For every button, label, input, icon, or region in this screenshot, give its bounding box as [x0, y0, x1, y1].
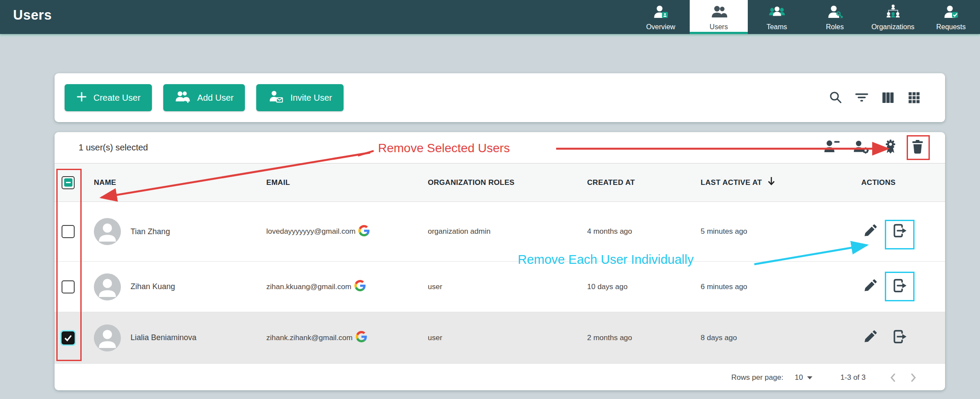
remove-from-org-icon[interactable] [891, 328, 908, 348]
next-page-button[interactable] [908, 372, 919, 383]
app-header: Users Overview Users [0, 0, 980, 34]
selection-bar: 1 user(s) selected [55, 132, 945, 164]
user-roles: user [428, 283, 442, 291]
tab-users[interactable]: Users [690, 0, 748, 34]
tab-overview[interactable]: Overview [632, 0, 690, 34]
invite-user-icon [268, 89, 284, 107]
main-nav: Overview Users Teams [632, 0, 980, 34]
org-chart-icon [884, 3, 902, 23]
remove-user-icon[interactable] [822, 138, 842, 157]
header-name[interactable]: NAME [94, 178, 116, 187]
row-checkbox[interactable] [62, 225, 75, 238]
created-at: 4 months ago [587, 227, 632, 235]
rows-per-page-select[interactable]: 10 [794, 373, 812, 382]
table-tools [828, 90, 945, 105]
table-header-row: NAME EMAIL ORGANIZATION ROLES CREATED AT… [55, 164, 945, 202]
add-user-label: Add User [197, 93, 234, 103]
user-key-icon [826, 3, 844, 23]
selection-count: 1 user(s) selected [79, 143, 148, 153]
header-email[interactable]: EMAIL [266, 178, 290, 187]
select-all-checkbox[interactable] [62, 176, 75, 189]
table-row: Zihan Kuang zihan.kkuang@gmail.com user … [55, 261, 945, 312]
invite-user-label: Invite User [290, 93, 332, 103]
users-icon [710, 3, 728, 23]
add-user-button[interactable]: Add User [163, 84, 245, 111]
filter-icon[interactable] [854, 90, 869, 105]
invite-user-button[interactable]: Invite User [256, 84, 344, 111]
remove-from-org-icon[interactable] [891, 222, 908, 242]
table-footer: Rows per page: 10 1-3 of 3 [55, 363, 945, 390]
user-email: lovedayyyyyyy@gmail.com [266, 227, 355, 236]
edit-user-icon[interactable] [861, 328, 879, 348]
user-email: zihan.kkuang@gmail.com [266, 283, 351, 291]
tab-label: Users [710, 23, 728, 31]
tab-roles[interactable]: Roles [806, 0, 864, 34]
tab-label: Teams [767, 23, 787, 31]
user-roles: organization admin [428, 227, 491, 235]
google-icon [356, 331, 367, 344]
header-roles[interactable]: ORGANIZATION ROLES [428, 178, 515, 187]
tab-label: Requests [936, 23, 966, 31]
certify-user-icon[interactable] [882, 138, 899, 157]
header-glow [0, 34, 980, 38]
header-created[interactable]: CREATED AT [587, 178, 635, 187]
tab-organizations[interactable]: Organizations [864, 0, 922, 34]
toolbar-card: Create User Add User Invite User [55, 73, 945, 122]
rows-per-page-value: 10 [794, 373, 803, 382]
avatar [94, 218, 121, 245]
tab-teams[interactable]: Teams [748, 0, 806, 34]
grid-icon[interactable] [907, 90, 922, 105]
team-icon [768, 3, 786, 23]
last-active-at: 5 minutes ago [701, 227, 747, 236]
user-name: Lialia Beniaminova [131, 333, 196, 342]
user-check-icon [942, 3, 960, 23]
app: Users Overview Users [0, 0, 980, 399]
create-user-label: Create User [93, 93, 141, 103]
header-actions: ACTIONS [861, 178, 896, 187]
row-checkbox-checked[interactable] [62, 331, 75, 344]
user-settings-icon[interactable] [853, 138, 872, 157]
plus-icon [76, 91, 87, 105]
user-badge-icon [652, 3, 670, 23]
users-table-card: 1 user(s) selected [55, 132, 945, 390]
table-row: Tian Zhang lovedayyyyyyy@gmail.com organ… [55, 202, 945, 261]
header-last-active[interactable]: LAST ACTIVE AT [701, 178, 762, 187]
add-user-icon [175, 89, 191, 107]
edit-user-icon[interactable] [861, 277, 879, 297]
rows-per-page-label: Rows per page: [731, 373, 783, 382]
edit-user-icon[interactable] [861, 222, 879, 242]
last-active-at: 6 minutes ago [701, 283, 747, 291]
pagination-range: 1-3 of 3 [840, 373, 866, 382]
delete-icon[interactable] [909, 138, 926, 157]
user-email: zihank.zihank@gmail.com [266, 334, 353, 342]
created-at: 2 months ago [587, 334, 632, 342]
search-icon[interactable] [828, 90, 843, 105]
user-name: Tian Zhang [131, 227, 170, 236]
user-roles: user [428, 334, 442, 342]
create-user-button[interactable]: Create User [65, 84, 152, 111]
tab-label: Roles [826, 23, 844, 31]
google-icon [354, 280, 366, 293]
user-name: Zihan Kuang [131, 282, 175, 291]
page-title: Users [13, 7, 52, 23]
avatar [94, 273, 121, 300]
table-row-selected: Lialia Beniaminova zihank.zihank@gmail.c… [55, 312, 945, 363]
tab-label: Overview [646, 23, 675, 31]
tab-requests[interactable]: Requests [922, 0, 980, 34]
last-active-at: 8 days ago [701, 334, 737, 342]
row-checkbox[interactable] [62, 280, 75, 293]
remove-from-org-icon[interactable] [891, 277, 908, 297]
bulk-actions [822, 138, 926, 157]
columns-icon[interactable] [880, 90, 895, 105]
sort-desc-icon[interactable] [767, 176, 776, 189]
previous-page-button[interactable] [887, 372, 899, 383]
tab-label: Organizations [871, 23, 915, 31]
google-icon [358, 225, 370, 239]
avatar [94, 324, 121, 351]
chevron-down-icon [807, 376, 812, 379]
created-at: 10 days ago [587, 283, 628, 291]
indeterminate-mark [64, 178, 72, 187]
